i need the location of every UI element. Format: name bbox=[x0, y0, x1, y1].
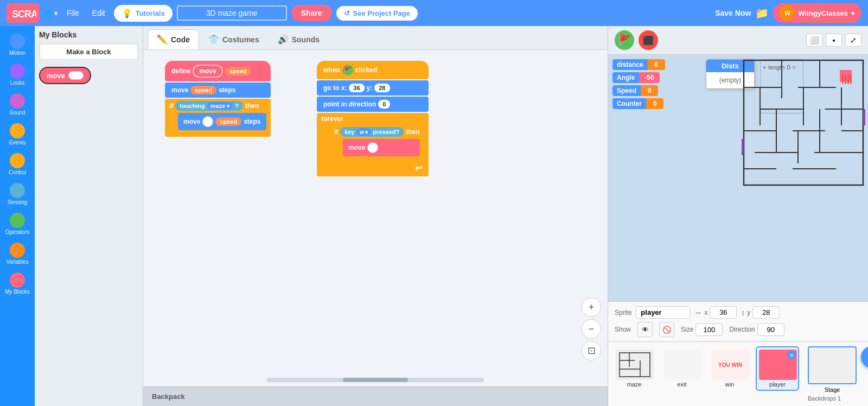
looks-label: Looks bbox=[10, 80, 25, 86]
tab-costumes[interactable]: 👕 Costumes bbox=[199, 29, 269, 49]
costumes-tab-label: Costumes bbox=[222, 35, 259, 44]
show-row: Show 👁 🚫 Size Direction bbox=[615, 322, 861, 337]
code-workspace[interactable]: define move speed move speed steps if bbox=[143, 50, 608, 386]
code-editor-area: ✏️ Code 👕 Costumes 🔊 Sounds define bbox=[143, 26, 608, 406]
touching-condition: touching maze ▾ ? bbox=[175, 101, 243, 111]
file-menu[interactable]: File bbox=[62, 7, 84, 20]
top-navigation: SCRATCH 🌐 ▾ File Edit 💡 Tutorials Share … bbox=[0, 0, 868, 26]
see-project-button[interactable]: ↺ See Project Page bbox=[336, 6, 418, 21]
language-selector[interactable]: 🌐 ▾ bbox=[43, 9, 58, 17]
svg-text:||||: |||| bbox=[841, 73, 852, 84]
category-my-blocks[interactable]: My Blocks bbox=[1, 269, 34, 298]
category-motion[interactable]: Motion bbox=[1, 30, 34, 59]
backpack-bar[interactable]: Backpack bbox=[143, 386, 608, 406]
when-clicked-group[interactable]: when 🚩 clicked go to x: 36 y: 28 point i… bbox=[317, 61, 429, 176]
stage-canvas: distance 0 Angle -50 Speed 0 Counter 0 bbox=[608, 55, 868, 301]
sprite-thumb-exit[interactable]: exit bbox=[660, 346, 704, 391]
size-label: Size bbox=[681, 326, 693, 333]
code-tab-label: Code bbox=[171, 35, 190, 44]
make-block-button[interactable]: Make a Block bbox=[39, 43, 138, 60]
direction-input[interactable] bbox=[757, 323, 784, 336]
category-sensing[interactable]: Sensing bbox=[1, 180, 34, 208]
svg-rect-25 bbox=[620, 353, 650, 377]
zoom-in-button[interactable]: + bbox=[582, 297, 601, 317]
category-panel: Motion Looks Sound Events Control Sensin… bbox=[0, 26, 35, 406]
move-toggle bbox=[202, 116, 213, 127]
code-canvas: define move speed move speed steps if bbox=[143, 50, 608, 406]
define-move-label: move bbox=[193, 65, 222, 78]
tab-code[interactable]: ✏️ Code bbox=[148, 29, 199, 49]
edit-menu[interactable]: Edit bbox=[88, 7, 110, 20]
maze-graphic-area: |||| bbox=[608, 55, 868, 301]
size-input[interactable] bbox=[695, 323, 723, 336]
if-label-1: if bbox=[169, 102, 173, 110]
stage-controls: 🚩 ⬛ ⬜ ▪ ⤢ bbox=[608, 26, 868, 55]
control-label: Control bbox=[9, 169, 26, 175]
category-control[interactable]: Control bbox=[1, 150, 34, 179]
hide-eye-button[interactable]: 🚫 bbox=[659, 322, 674, 337]
green-flag-button[interactable]: 🚩 bbox=[615, 30, 634, 50]
add-sprite-button[interactable]: + bbox=[861, 346, 868, 368]
sprite-thumb-win[interactable]: YOU WIN win bbox=[708, 346, 751, 391]
y-input[interactable] bbox=[752, 306, 780, 319]
main-layout: Motion Looks Sound Events Control Sensin… bbox=[0, 26, 868, 406]
show-eye-button[interactable]: 👁 bbox=[637, 322, 653, 337]
category-variables[interactable]: Variables bbox=[1, 239, 34, 268]
x-input[interactable] bbox=[710, 306, 737, 319]
forever-label: forever bbox=[321, 115, 424, 123]
globe-icon: 🌐 bbox=[43, 9, 52, 17]
horizontal-scrollbar[interactable] bbox=[267, 378, 484, 382]
win-sprite-image: YOU WIN bbox=[711, 350, 749, 380]
scratch-logo[interactable]: SCRATCH bbox=[7, 3, 39, 23]
stage-thumbnail[interactable] bbox=[808, 346, 857, 384]
globe-arrow: ▾ bbox=[54, 9, 58, 17]
zoom-out-button[interactable]: − bbox=[582, 319, 601, 339]
tab-sounds[interactable]: 🔊 Sounds bbox=[269, 29, 329, 49]
project-title-input[interactable] bbox=[177, 5, 287, 21]
maze-sprite-name: maze bbox=[616, 381, 653, 388]
sprite-info: Sprite ↔ x ↕ y Show 👁 🚫 Size bbox=[608, 301, 868, 341]
move-toggle-2 bbox=[367, 142, 378, 153]
user-avatar: W bbox=[780, 5, 795, 21]
when-label: when bbox=[323, 66, 340, 74]
y-value-block: 28 bbox=[374, 84, 390, 92]
stop-button[interactable]: ⬛ bbox=[639, 30, 658, 50]
player-sprite-name: player bbox=[759, 381, 796, 388]
sound-label: Sound bbox=[10, 110, 25, 116]
svg-text:SCRATCH: SCRATCH bbox=[12, 9, 36, 20]
y-arrows-icon: ↕ bbox=[741, 308, 745, 317]
small-stage-button[interactable]: ⬜ bbox=[806, 34, 822, 47]
category-operators[interactable]: Operators bbox=[1, 210, 34, 238]
share-button[interactable]: Share bbox=[291, 5, 332, 21]
normal-stage-button[interactable]: ▪ bbox=[826, 34, 842, 47]
user-menu[interactable]: W WiingyClasses ▾ bbox=[773, 3, 861, 23]
folder-icon[interactable]: 📁 bbox=[755, 7, 769, 20]
sprite-thumb-maze[interactable]: maze bbox=[612, 346, 656, 391]
speed-label-2: speed bbox=[215, 117, 241, 126]
zoom-reset-button[interactable]: ⊡ bbox=[582, 341, 601, 360]
my-blocks-label: My Blocks bbox=[5, 289, 30, 295]
user-menu-arrow: ▾ bbox=[851, 9, 855, 17]
move-label-3: move bbox=[348, 144, 365, 151]
category-sound[interactable]: Sound bbox=[1, 90, 34, 119]
category-events[interactable]: Events bbox=[1, 120, 34, 149]
tutorials-button[interactable]: 💡 Tutorials bbox=[114, 5, 173, 22]
delete-badge[interactable]: ✕ bbox=[787, 351, 796, 359]
category-looks[interactable]: Looks bbox=[1, 60, 34, 89]
sensing-label: Sensing bbox=[8, 199, 27, 205]
tutorials-label: Tutorials bbox=[136, 9, 165, 17]
sprite-thumb-player[interactable]: ✕ player bbox=[756, 346, 799, 391]
direction-value-block: 0 bbox=[378, 100, 390, 109]
define-block-group[interactable]: define move speed move speed steps if bbox=[165, 61, 271, 138]
move-label-2: move bbox=[183, 118, 200, 125]
direction-label-block: point in direction bbox=[323, 100, 376, 108]
move-block[interactable]: move bbox=[39, 67, 91, 84]
user-name: WiingyClasses bbox=[798, 9, 848, 17]
fullscreen-button[interactable]: ⤢ bbox=[845, 34, 861, 47]
stage-panel: 🚩 ⬛ ⬜ ▪ ⤢ distance 0 Angle -50 bbox=[608, 26, 868, 406]
sprite-name-input[interactable] bbox=[636, 306, 690, 319]
backdrops-count: Backdrops 1 bbox=[808, 395, 857, 402]
save-now-button[interactable]: Save Now bbox=[715, 9, 751, 17]
events-label: Events bbox=[9, 139, 26, 145]
sounds-tab-label: Sounds bbox=[292, 35, 320, 44]
